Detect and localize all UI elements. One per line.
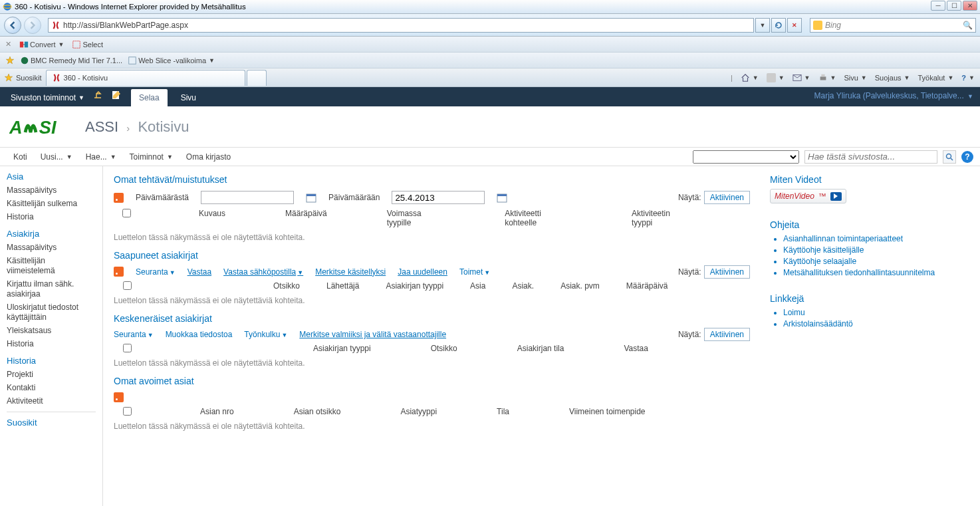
breadcrumb-site[interactable]: ASSI xyxy=(85,118,118,135)
page-menu[interactable]: Sivu▼ xyxy=(844,74,866,82)
leftnav-item[interactable]: Historia xyxy=(7,212,96,222)
tb-merkitse-kasitellyksi[interactable]: Merkitse käsitellyksi xyxy=(315,267,386,277)
add-favorite-star-icon[interactable] xyxy=(5,56,15,65)
browser-search-box[interactable]: Bing 🔍 xyxy=(810,18,976,33)
calendar-icon[interactable] xyxy=(497,192,507,203)
select-all-checkbox[interactable] xyxy=(123,344,132,352)
ribbon-tab-page[interactable]: Sivu xyxy=(173,89,204,106)
fav-bmc-link[interactable]: BMC Remedy Mid Tier 7.1... xyxy=(20,56,122,65)
col-header[interactable]: Määräpäivä xyxy=(285,209,327,227)
leftnav-group-asia[interactable]: Asia xyxy=(7,172,96,182)
tb-vastaa-email[interactable]: Vastaa sähköpostilla▼ xyxy=(223,267,303,277)
external-link[interactable]: Arkistolainsäädäntö xyxy=(783,319,971,328)
select-all-checkbox[interactable] xyxy=(123,407,132,416)
col-header[interactable]: Kuvaus xyxy=(199,209,225,227)
tb-jaa-uudelleen[interactable]: Jaa uudelleen xyxy=(398,267,447,277)
col-header[interactable]: Viimeinen toimenpide xyxy=(569,407,646,416)
nayta-value[interactable]: Aktiivinen xyxy=(704,191,750,204)
section-title-omat-tehtavat[interactable]: Omat tehtävät/muistutukset xyxy=(114,174,750,185)
address-dropdown[interactable]: ▼ xyxy=(755,18,770,33)
col-header[interactable]: Asia xyxy=(470,281,485,291)
refresh-button[interactable] xyxy=(771,18,786,33)
leftnav-item[interactable]: Käsittelijän sulkema xyxy=(7,199,96,209)
col-header[interactable]: Tila xyxy=(497,407,509,416)
back-button[interactable] xyxy=(4,17,21,34)
search-magnifier-icon[interactable]: 🔍 xyxy=(963,21,973,30)
safety-menu[interactable]: Suojaus▼ xyxy=(875,74,910,82)
help-button[interactable]: ? xyxy=(961,151,973,163)
site-search-input[interactable] xyxy=(804,150,937,164)
menu-oma-kirjasto[interactable]: Oma kirjasto xyxy=(180,152,237,162)
leftnav-item[interactable]: Kirjattu ilman sähk. asiakirjaa xyxy=(7,279,96,299)
col-header[interactable]: Asiakirjan tila xyxy=(517,344,564,353)
col-header[interactable]: Asiak. pvm xyxy=(560,281,600,291)
tb-tyonkulku[interactable]: Työnkulku▼ xyxy=(244,330,287,339)
site-logo[interactable]: ASI xyxy=(9,113,73,141)
leftnav-group-historia[interactable]: Historia xyxy=(7,356,96,366)
close-toolbar-button[interactable]: ✕ xyxy=(5,40,11,49)
select-button[interactable]: Select xyxy=(72,40,103,49)
col-header[interactable]: Lähettäjä xyxy=(326,281,359,291)
col-header[interactable]: Asiakirjan tyyppi xyxy=(386,281,443,291)
convert-button[interactable]: Convert▼ xyxy=(19,40,64,49)
forward-button[interactable] xyxy=(24,17,41,34)
col-header[interactable]: Aktiviteetti kohteelle xyxy=(505,209,572,227)
help-link[interactable]: Asianhallinnan toimintaperiaatteet xyxy=(783,234,971,243)
browser-tab[interactable]: 360 - Kotisivu xyxy=(46,70,245,86)
help-link[interactable]: Käyttöohje selaajalle xyxy=(783,257,971,266)
home-menu[interactable]: ▼ xyxy=(741,73,759,82)
mail-menu[interactable]: ▼ xyxy=(793,73,810,82)
leftnav-item[interactable]: Käsittelijän viimeistelemä xyxy=(7,256,96,276)
col-header[interactable]: Määräpäivä xyxy=(626,281,668,291)
menu-toiminnot[interactable]: Toiminnot▼ xyxy=(123,152,180,162)
select-all-checkbox[interactable] xyxy=(122,209,131,217)
nayta-value[interactable]: Aktiivinen xyxy=(704,265,750,279)
tb-vastaa[interactable]: Vastaa xyxy=(187,267,211,277)
edit-page-icon[interactable] xyxy=(107,90,126,106)
col-header[interactable]: Aktiviteetin tyyppi xyxy=(632,209,690,227)
miten-video-button[interactable]: MitenVideo™ xyxy=(770,189,846,203)
leftnav-group-suosikit[interactable]: Suosikit xyxy=(7,418,96,428)
tb-muokkaa[interactable]: Muokkaa tiedostoa xyxy=(166,330,233,339)
address-bar[interactable]: http://assi/BlankWebPartPage.aspx xyxy=(48,18,754,33)
fav-webslice-link[interactable]: Web Slice -valikoima▼ xyxy=(128,56,215,65)
tb-toimet[interactable]: Toimet▼ xyxy=(459,267,490,277)
window-minimize-button[interactable]: ─ xyxy=(931,1,945,11)
col-header[interactable]: Asiak. xyxy=(512,281,534,291)
leftnav-item[interactable]: Kontakti xyxy=(7,383,96,393)
favorites-menu-star-icon[interactable] xyxy=(4,73,13,82)
tb-merkitse-valmiiksi[interactable]: Merkitse valmiiksi ja välitä vastaanotta… xyxy=(299,330,446,339)
rss-icon[interactable] xyxy=(114,193,124,203)
col-header[interactable]: Otsikko xyxy=(431,344,457,353)
browser-new-tab[interactable] xyxy=(247,70,267,86)
rss-icon[interactable] xyxy=(114,267,124,277)
leftnav-item[interactable]: Yleiskatsaus xyxy=(7,326,96,336)
leftnav-item[interactable]: Projekti xyxy=(7,370,96,380)
ribbon-tab-browse[interactable]: Selaa xyxy=(131,89,168,106)
print-menu[interactable]: ▼ xyxy=(818,73,836,82)
leftnav-group-asiakirja[interactable]: Asiakirja xyxy=(7,229,96,239)
section-title-avoimet[interactable]: Omat avoimet asiat xyxy=(114,376,750,386)
menu-koti[interactable]: Koti xyxy=(7,152,34,162)
help-menu[interactable]: ?▼ xyxy=(961,74,975,82)
col-header[interactable]: Asiakirjan tyyppi xyxy=(313,344,371,353)
navigate-up-icon[interactable] xyxy=(88,90,107,106)
leftnav-item[interactable]: Historia xyxy=(7,339,96,349)
tb-seuranta[interactable]: Seuranta▼ xyxy=(114,330,154,339)
menu-hae[interactable]: Hae...▼ xyxy=(79,152,123,162)
scope-select[interactable] xyxy=(693,150,799,164)
date-to-input[interactable] xyxy=(392,191,485,204)
tb-seuranta[interactable]: Seuranta▼ xyxy=(136,267,176,277)
section-title-kesken[interactable]: Keskeneräiset asiakirjat xyxy=(114,313,750,324)
col-header[interactable]: Asian otsikko xyxy=(294,407,341,416)
col-header[interactable]: Voimassa tyypille xyxy=(387,209,445,227)
nayta-value[interactable]: Aktiivinen xyxy=(704,328,750,341)
col-header[interactable]: Vastaa xyxy=(624,344,648,353)
col-header[interactable]: Asian nro xyxy=(200,407,234,416)
rss-icon[interactable] xyxy=(114,392,124,402)
leftnav-item[interactable]: Uloskirjatut tiedostot käyttäjittäin xyxy=(7,303,96,322)
help-link[interactable]: Metsähallituksen tiedonhallintasuunnitel… xyxy=(783,268,971,277)
tools-menu[interactable]: Työkalut▼ xyxy=(918,74,953,82)
date-from-input[interactable] xyxy=(201,191,294,204)
external-link[interactable]: Loimu xyxy=(783,308,971,317)
